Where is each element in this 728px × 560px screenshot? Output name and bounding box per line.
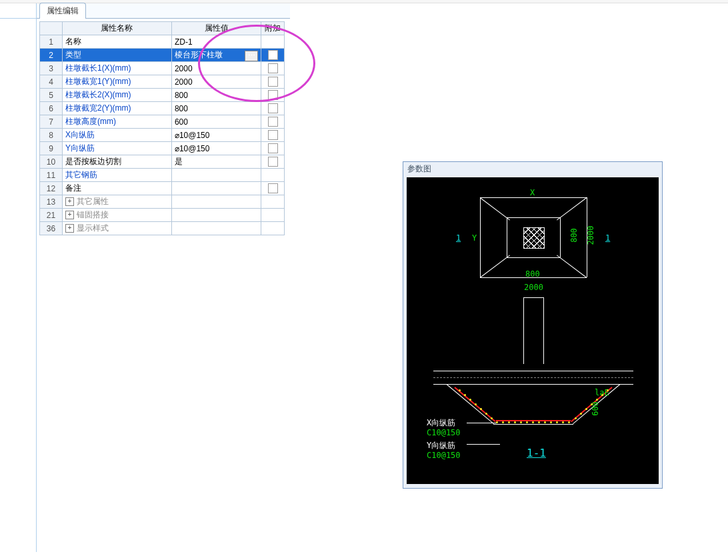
add-checkbox-cell[interactable] <box>261 155 285 169</box>
checkbox-icon[interactable] <box>268 63 278 73</box>
diagram-canvas: X Y 800 2000 800 2000 1 1 <box>407 177 659 484</box>
x-rebar-label: X向纵筋 <box>427 417 455 429</box>
checkbox-icon[interactable] <box>268 77 278 87</box>
add-checkbox-cell[interactable] <box>261 129 285 142</box>
tab-property-edit[interactable]: 属性编辑 <box>39 3 86 19</box>
property-value[interactable]: 800 <box>171 89 261 102</box>
row-index: 13 <box>40 195 63 209</box>
table-row[interactable]: 11其它钢筋 <box>40 169 285 182</box>
rebar-dot <box>591 403 593 405</box>
expand-icon[interactable]: + <box>65 224 74 233</box>
add-checkbox-cell[interactable] <box>261 195 285 209</box>
checkbox-icon[interactable] <box>268 143 278 153</box>
row-index: 1 <box>40 35 63 49</box>
dim-inner-h: 800 <box>569 228 579 243</box>
property-value[interactable] <box>171 195 261 209</box>
property-value[interactable]: 600 <box>171 115 261 129</box>
rebar-dot <box>469 399 471 401</box>
property-name: 柱墩截宽1(Y)(mm) <box>62 75 171 89</box>
table-row[interactable]: 21+锚固搭接 <box>40 209 285 222</box>
property-value[interactable] <box>171 169 261 182</box>
row-index: 10 <box>40 155 63 169</box>
checkbox-icon[interactable] <box>268 90 278 100</box>
rebar-dot <box>544 421 546 423</box>
property-name: +锚固搭接 <box>62 209 171 222</box>
property-value[interactable]: 是 <box>171 155 261 169</box>
rebar-dot <box>550 421 552 423</box>
rebar-dot <box>556 421 558 423</box>
property-value[interactable]: 800 <box>171 102 261 115</box>
property-value[interactable] <box>171 222 261 235</box>
checkbox-icon[interactable] <box>268 117 278 127</box>
row-index: 5 <box>40 89 63 102</box>
add-checkbox-cell[interactable] <box>261 222 285 235</box>
rebar-dot <box>485 413 487 415</box>
rebar-dot <box>532 421 534 423</box>
property-value[interactable]: ⌀10@150 <box>171 129 261 142</box>
property-name: +其它属性 <box>62 195 171 209</box>
property-value[interactable]: ZD-1 <box>171 35 261 49</box>
table-row[interactable]: 7柱墩高度(mm)600 <box>40 115 285 129</box>
col-header-value: 属性值 <box>171 22 261 35</box>
property-value[interactable]: 2000 <box>171 75 261 89</box>
property-name: 柱墩截宽2(Y)(mm) <box>62 102 171 115</box>
row-index: 7 <box>40 115 63 129</box>
table-row[interactable]: 6柱墩截宽2(Y)(mm)800 <box>40 102 285 115</box>
add-checkbox-cell[interactable] <box>261 35 285 49</box>
add-checkbox-cell[interactable] <box>261 62 285 75</box>
checkbox-icon[interactable] <box>268 130 278 140</box>
checkbox-icon[interactable] <box>268 103 278 113</box>
rebar-dot <box>496 421 498 423</box>
add-checkbox-cell[interactable] <box>261 49 285 62</box>
property-table: 属性名称 属性值 附加 1名称ZD-12类型棱台形下柱墩⋯3柱墩截长1(X)(m… <box>39 21 285 235</box>
checkbox-icon[interactable] <box>268 157 278 167</box>
table-row[interactable]: 5柱墩截长2(X)(mm)800 <box>40 89 285 102</box>
add-checkbox-cell[interactable] <box>261 209 285 222</box>
add-checkbox-cell[interactable] <box>261 169 285 182</box>
property-value[interactable]: ⌀10@150 <box>171 142 261 155</box>
table-row[interactable]: 3柱墩截长1(X)(mm)2000 <box>40 62 285 75</box>
table-row[interactable]: 36+显示样式 <box>40 222 285 235</box>
checkbox-icon[interactable] <box>268 50 278 60</box>
property-value[interactable]: 棱台形下柱墩⋯ <box>171 49 261 62</box>
dim-outer-h: 2000 <box>586 226 595 245</box>
table-row[interactable]: 2类型棱台形下柱墩⋯ <box>40 49 285 62</box>
dim-x-label: X <box>530 188 535 197</box>
checkbox-icon[interactable] <box>268 183 278 193</box>
section-mark-left: 1 <box>456 233 461 243</box>
diagram-title: 参数图 <box>403 162 662 176</box>
table-row[interactable]: 8X向纵筋⌀10@150 <box>40 129 285 142</box>
table-row[interactable]: 1名称ZD-1 <box>40 35 285 49</box>
rebar-dot <box>514 421 516 423</box>
property-value[interactable] <box>171 182 261 195</box>
row-index: 36 <box>40 222 63 235</box>
table-row[interactable]: 13+其它属性 <box>40 195 285 209</box>
rebar-dot <box>585 408 587 410</box>
y-rebar-label: Y向纵筋 <box>427 440 455 451</box>
rebar-dot <box>601 394 603 396</box>
add-checkbox-cell[interactable] <box>261 115 285 129</box>
property-name: 柱墩高度(mm) <box>62 115 171 129</box>
expand-icon[interactable]: + <box>65 211 74 219</box>
table-row[interactable]: 10是否按板边切割是 <box>40 155 285 169</box>
table-row[interactable]: 9Y向纵筋⌀10@150 <box>40 142 285 155</box>
rebar-dot <box>464 394 466 396</box>
add-checkbox-cell[interactable] <box>261 102 285 115</box>
add-checkbox-cell[interactable] <box>261 142 285 155</box>
table-row[interactable]: 12备注 <box>40 182 285 195</box>
expand-icon[interactable]: + <box>65 197 74 206</box>
property-value[interactable]: 2000 <box>171 62 261 75</box>
browse-button[interactable]: ⋯ <box>245 51 258 61</box>
table-row[interactable]: 4柱墩截宽1(Y)(mm)2000 <box>40 75 285 89</box>
property-value[interactable] <box>171 209 261 222</box>
property-name: +显示样式 <box>62 222 171 235</box>
parameter-diagram-panel: 参数图 X Y 800 2000 800 2000 <box>403 161 663 489</box>
add-checkbox-cell[interactable] <box>261 75 285 89</box>
property-name: X向纵筋 <box>62 129 171 142</box>
rebar-dot <box>538 421 540 423</box>
add-checkbox-cell[interactable] <box>261 89 285 102</box>
rebar-dot <box>596 399 598 401</box>
row-index: 2 <box>40 49 63 62</box>
add-checkbox-cell[interactable] <box>261 182 285 195</box>
row-index: 9 <box>40 142 63 155</box>
